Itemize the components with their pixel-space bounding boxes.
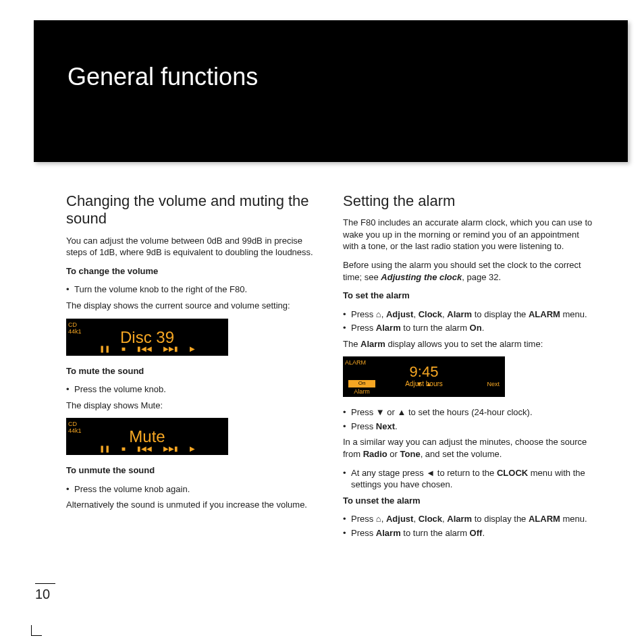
- subheading: To unset the alarm: [343, 495, 593, 507]
- lcd-rate: 44k1: [68, 327, 82, 336]
- prev-icon: ▮◀◀: [137, 344, 152, 354]
- home-icon: ⌂: [376, 514, 381, 524]
- crop-mark-icon: [31, 625, 42, 636]
- section-heading: Changing the volume and muting the sound: [66, 192, 316, 228]
- lcd-bottom-row: On Alarm ▼ ▲ Next: [343, 380, 505, 396]
- stop-icon: ■: [122, 444, 126, 454]
- list-item: At any stage press ◄ to return to the CL…: [343, 467, 593, 491]
- list-item: Press the volume knob.: [66, 383, 316, 396]
- pause-icon: ❚❚: [99, 344, 110, 354]
- page-number: 10: [35, 583, 55, 603]
- lcd-display-disc: CD 44k1 Disc 39 ❚❚ ■ ▮◀◀ ▶▶▮ ▶: [66, 319, 228, 356]
- lcd-next-label: Next: [473, 380, 500, 396]
- list-item: Press Alarm to turn the alarm On.: [343, 322, 593, 334]
- back-icon: ◄: [426, 468, 435, 478]
- list-item: Press ▼ or ▲ to set the hours (24-hour c…: [343, 406, 593, 419]
- body-text: Alternatively the sound is unmuted if yo…: [66, 499, 316, 511]
- body-text: The display shows Mute:: [66, 400, 316, 412]
- subheading: To set the alarm: [343, 290, 593, 302]
- subheading: To mute the sound: [66, 365, 316, 377]
- lcd-time: 9:45: [343, 356, 505, 382]
- body-text: The Alarm display allows you to set the …: [343, 338, 593, 350]
- stop-icon: ■: [122, 344, 126, 354]
- left-column: Changing the volume and muting the sound…: [66, 192, 316, 541]
- section-heading: Setting the alarm: [343, 192, 593, 210]
- down-triangle-icon: ▼: [417, 381, 423, 387]
- right-column: Setting the alarm The F80 includes an ac…: [343, 192, 593, 541]
- body-text: In a similar way you can adjust the minu…: [343, 436, 593, 460]
- subheading: To change the volume: [66, 265, 316, 277]
- list-item: Turn the volume knob to the right of the…: [66, 284, 316, 296]
- lcd-on-badge: On: [348, 380, 375, 387]
- up-triangle-icon: ▲: [398, 407, 406, 417]
- prev-icon: ▮◀◀: [137, 444, 152, 454]
- up-triangle-icon: ▲: [426, 381, 432, 387]
- subheading: To unmute the sound: [66, 464, 316, 477]
- lcd-alarm-label: Alarm: [354, 388, 370, 395]
- home-icon: ⌂: [376, 309, 381, 319]
- pause-icon: ❚❚: [99, 444, 110, 454]
- list-item: Press Alarm to turn the alarm Off.: [343, 527, 593, 539]
- play-icon: ▶: [190, 444, 195, 454]
- lcd-title: ALARM: [345, 358, 366, 367]
- content-columns: Changing the volume and muting the sound…: [34, 192, 624, 541]
- lcd-rate: 44k1: [68, 427, 82, 435]
- body-text: You can adjust the volume between 0dB an…: [66, 235, 316, 259]
- list-item: Press the volume knob again.: [66, 483, 316, 495]
- lcd-display-mute: CD 44k1 Mute ❚❚ ■ ▮◀◀ ▶▶▮ ▶: [66, 418, 228, 455]
- down-triangle-icon: ▼: [376, 407, 385, 417]
- next-icon: ▶▶▮: [163, 344, 178, 354]
- manual-page: General functions Changing the volume an…: [0, 0, 644, 561]
- hero-banner: General functions: [34, 20, 628, 162]
- body-text: The F80 includes an accurate alarm clock…: [343, 217, 593, 252]
- page-title: General functions: [68, 61, 594, 94]
- list-item: Press ⌂, Adjust, Clock, Alarm to display…: [343, 308, 593, 321]
- list-item: Press ⌂, Adjust, Clock, Alarm to display…: [343, 513, 593, 525]
- body-text: Before using the alarm you should set th…: [343, 259, 593, 283]
- lcd-symbols: ❚❚ ■ ▮◀◀ ▶▶▮ ▶: [66, 344, 228, 354]
- body-text: The display shows the current source and…: [66, 300, 316, 312]
- lcd-display-alarm: ALARM 9:45 Adjust hours On Alarm ▼ ▲ Nex…: [343, 356, 505, 397]
- list-item: Press Next.: [343, 421, 593, 433]
- play-icon: ▶: [190, 344, 195, 354]
- cross-ref: Adjusting the clock: [381, 272, 462, 282]
- lcd-symbols: ❚❚ ■ ▮◀◀ ▶▶▮ ▶: [66, 444, 228, 454]
- next-icon: ▶▶▮: [163, 444, 178, 454]
